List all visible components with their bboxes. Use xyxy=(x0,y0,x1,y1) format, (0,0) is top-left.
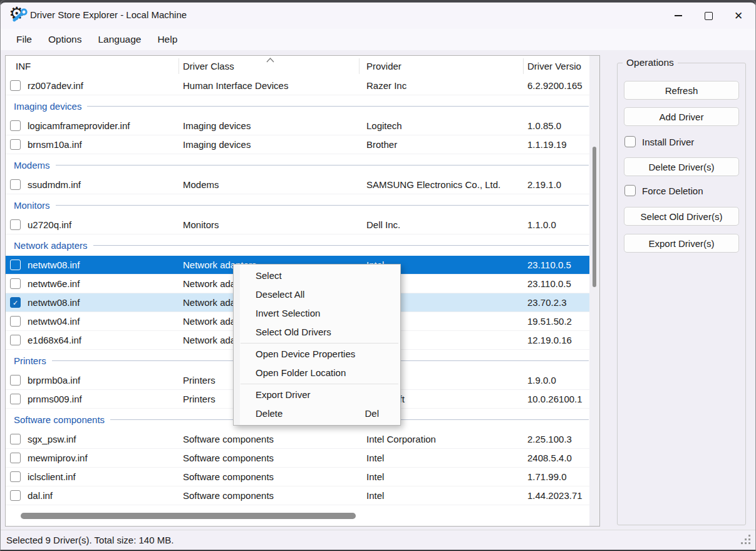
menu-file[interactable]: File xyxy=(8,31,40,48)
cell-driver-class: Printers xyxy=(183,371,215,389)
group-row-network-adapters[interactable]: Network adapters xyxy=(6,234,589,256)
cell-driver-class: Imaging devices xyxy=(183,117,251,135)
cell-driver-class: Software components xyxy=(183,449,274,467)
cell-driver-class: Software components xyxy=(183,468,274,486)
column-header-driver-class[interactable]: Driver Class xyxy=(183,56,234,76)
context-menu-item-select-old-drivers[interactable]: Select Old Drivers xyxy=(234,323,400,342)
row-checkbox[interactable] xyxy=(10,335,21,345)
cell-provider: Intel xyxy=(366,449,384,467)
cell-driver-class: Human Interface Devices xyxy=(183,76,288,95)
select-old-driver-s-button[interactable]: Select Old Driver(s) xyxy=(624,207,739,226)
table-row-ssudmdm-inf[interactable]: ssudmdm.infModemsSAMSUNG Electronics Co.… xyxy=(6,176,589,194)
cell-inf: prnms009.inf xyxy=(28,390,82,408)
vertical-scrollbar-track[interactable] xyxy=(589,56,599,526)
maximize-button[interactable] xyxy=(693,3,723,29)
table-row-brnsm10a-inf[interactable]: brnsm10a.infImaging devicesBrother1.1.19… xyxy=(6,135,589,154)
cell-provider: SAMSUNG Electronics Co., Ltd. xyxy=(366,176,500,194)
column-divider[interactable] xyxy=(523,58,524,74)
row-checkbox[interactable] xyxy=(10,394,21,404)
cell-driver-version: 23.110.0.5 xyxy=(527,275,571,293)
cell-driver-version: 1.71.99.0 xyxy=(527,468,567,486)
row-checkbox[interactable] xyxy=(10,375,21,386)
row-checkbox[interactable] xyxy=(10,490,21,501)
row-checkbox[interactable] xyxy=(10,453,21,463)
menu-language[interactable]: Language xyxy=(90,31,149,48)
table-row-logicamframeprovider-inf[interactable]: logicamframeprovider.infImaging devicesL… xyxy=(6,117,589,135)
cell-inf: brprmb0a.inf xyxy=(28,371,80,389)
refresh-button[interactable]: Refresh xyxy=(624,81,739,100)
menu-help[interactable]: Help xyxy=(149,31,185,48)
table-row-u2720q-inf[interactable]: u2720q.infMonitorsDell Inc.1.1.0.0 xyxy=(6,216,589,234)
cell-inf: rz007adev.inf xyxy=(28,76,83,95)
row-checkbox[interactable] xyxy=(10,80,21,91)
context-menu-item-select[interactable]: Select xyxy=(234,266,400,285)
cell-driver-class: Software components xyxy=(183,486,274,505)
group-label: Printers xyxy=(14,355,46,366)
cell-inf: logicamframeprovider.inf xyxy=(28,117,130,135)
shortcut-label: Del xyxy=(365,404,379,423)
table-row-mewmiprov-inf[interactable]: mewmiprov.infSoftware componentsIntel240… xyxy=(6,449,589,468)
force-deletion-checkbox[interactable]: Force Deletion xyxy=(624,184,703,197)
row-checkbox[interactable] xyxy=(10,278,21,289)
context-menu-item-open-folder-location[interactable]: Open Folder Location xyxy=(234,364,400,382)
cell-driver-version: 2.25.100.3 xyxy=(527,430,572,448)
checkbox-box[interactable] xyxy=(624,136,636,147)
app-window: ⚙ Driver Store Explorer - Local Machine … xyxy=(0,0,756,551)
row-checkbox[interactable] xyxy=(10,471,21,482)
minimize-button[interactable] xyxy=(663,3,693,29)
export-driver-s-button[interactable]: Export Driver(s) xyxy=(624,234,739,253)
checkbox-box[interactable] xyxy=(624,185,636,196)
group-label: Modems xyxy=(14,160,50,171)
group-row-monitors[interactable]: Monitors xyxy=(6,194,589,216)
row-checkbox[interactable] xyxy=(10,139,21,150)
group-row-modems[interactable]: Modems xyxy=(6,154,589,176)
context-menu-item-open-device-properties[interactable]: Open Device Properties xyxy=(234,345,400,364)
add-driver-button[interactable]: Add Driver xyxy=(624,107,739,126)
table-row-rz007adev-inf[interactable]: rz007adev.infHuman Interface DevicesRaze… xyxy=(6,76,589,95)
group-row-imaging-devices[interactable]: Imaging devices xyxy=(6,95,589,117)
context-menu-item-export-driver[interactable]: Export Driver xyxy=(234,386,400,404)
column-divider[interactable] xyxy=(359,58,360,74)
cell-provider: Intel xyxy=(366,468,384,486)
row-checkbox[interactable] xyxy=(10,316,21,327)
column-header-provider[interactable]: Provider xyxy=(366,56,401,76)
delete-driver-s-button[interactable]: Delete Driver(s) xyxy=(624,157,739,176)
table-row-sgx-psw-inf[interactable]: sgx_psw.infSoftware componentsIntel Corp… xyxy=(6,430,589,449)
status-bar: Selected 9 Driver(s). Total size: 140 MB… xyxy=(0,530,756,550)
resize-grip-icon[interactable] xyxy=(741,535,751,545)
cell-driver-version: 1.9.0.0 xyxy=(527,371,556,389)
column-header-driver-version[interactable]: Driver Versio xyxy=(527,56,581,76)
context-menu-item-deselect-all[interactable]: Deselect All xyxy=(234,285,400,304)
column-divider[interactable] xyxy=(179,58,179,74)
cell-driver-version: 2.19.1.0 xyxy=(527,176,561,194)
row-checkbox[interactable] xyxy=(10,219,21,230)
table-row-dal-inf[interactable]: dal.infSoftware componentsIntel1.44.2023… xyxy=(6,486,589,505)
window-controls: ✕ xyxy=(663,3,753,29)
horizontal-scrollbar-thumb[interactable] xyxy=(21,513,356,519)
list-header: INF Driver Class Provider Driver Versio xyxy=(6,56,589,77)
app-icon: ⚙ xyxy=(9,6,28,25)
cell-driver-version: 1.44.2023.71 xyxy=(527,486,583,505)
install-driver-checkbox[interactable]: Install Driver xyxy=(624,135,694,148)
cell-driver-class: Imaging devices xyxy=(183,135,251,154)
row-checkbox[interactable] xyxy=(10,434,21,444)
row-checkbox[interactable] xyxy=(10,260,21,270)
group-label: Software components xyxy=(14,414,105,425)
sort-ascending-icon xyxy=(266,57,275,63)
column-header-inf[interactable]: INF xyxy=(16,56,31,76)
cell-driver-version: 1.0.85.0 xyxy=(527,117,561,135)
row-checkbox[interactable] xyxy=(10,179,21,190)
vertical-scrollbar-thumb[interactable] xyxy=(593,147,596,287)
cell-inf: mewmiprov.inf xyxy=(28,449,88,467)
minimize-icon xyxy=(675,15,682,16)
context-menu-item-delete[interactable]: DeleteDel xyxy=(234,404,400,423)
context-menu-item-invert-selection[interactable]: Invert Selection xyxy=(234,304,400,323)
table-row-iclsclient-inf[interactable]: iclsclient.infSoftware componentsIntel1.… xyxy=(6,468,589,486)
row-checkbox[interactable]: ✓ xyxy=(10,297,21,308)
group-label: Monitors xyxy=(14,200,50,211)
checkbox-label: Force Deletion xyxy=(642,186,703,196)
close-button[interactable]: ✕ xyxy=(723,3,753,29)
menu-options[interactable]: Options xyxy=(40,31,90,48)
row-checkbox[interactable] xyxy=(10,120,21,131)
cell-driver-version: 19.51.50.2 xyxy=(527,312,572,330)
